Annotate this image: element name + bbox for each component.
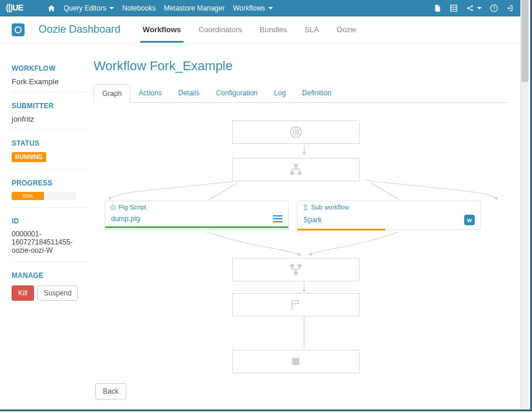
bars-icon [273, 215, 282, 222]
tab-bar: Graph Actions Details Configuration Log … [94, 84, 509, 103]
node-end[interactable] [232, 293, 360, 316]
side-head-manage: MANAGE [12, 271, 88, 280]
sidebar: WORKFLOW Fork Example SUBMITTER jonfritz… [12, 55, 88, 378]
chevron-down-icon [477, 7, 482, 9]
nav-label: Metastore Manager [164, 4, 224, 12]
progress-bar-wrap: 50% [12, 192, 76, 200]
svg-rect-26 [298, 264, 302, 267]
graph-area: Pig Script dump.pig Sub workflow [94, 103, 509, 378]
kill-button[interactable]: Kill [12, 285, 34, 301]
status-stripe-success [105, 226, 288, 228]
nav-file-icon[interactable] [433, 4, 441, 12]
oozie-brand-icon [12, 23, 25, 36]
card-title: Pig Script [119, 204, 146, 211]
pig-icon [110, 204, 116, 211]
subtab-bundles[interactable]: Bundles [257, 17, 289, 43]
svg-text:(|)UE: (|)UE [6, 3, 23, 12]
vertical-scrollbar[interactable] [520, 0, 528, 409]
join-icon [289, 263, 302, 276]
svg-text:?: ? [493, 5, 496, 11]
svg-point-21 [110, 205, 115, 209]
tab-definition[interactable]: Definition [294, 84, 340, 102]
chevron-down-icon [109, 7, 114, 9]
nav-home-icon[interactable] [47, 4, 56, 12]
status-stripe-running [298, 229, 481, 230]
back-button[interactable]: Back [95, 383, 126, 400]
side-val-workflow: Fork Example [12, 77, 88, 86]
side-head-id: ID [12, 217, 88, 225]
nav-notebooks[interactable]: Notebooks [122, 4, 156, 12]
sub-navbar: Oozie Dashboard Workflows Coordinators B… [0, 16, 520, 43]
svg-point-11 [15, 26, 22, 33]
window-frame: (|)UE Query Editors Notebooks Metastore … [0, 0, 532, 411]
subtab-oozie[interactable]: Oozie [334, 17, 359, 43]
side-val-id: 0000001-160727184511455-oozie-oozi-W [12, 230, 88, 254]
target-icon [289, 126, 302, 139]
top-navbar: (|)UE Query Editors Notebooks Metastore … [0, 0, 520, 16]
svg-line-7 [469, 6, 472, 8]
node-kill[interactable] [232, 350, 360, 373]
nav-workflows[interactable]: Workflows [233, 4, 272, 12]
side-head-progress: PROGRESS [12, 179, 88, 187]
svg-rect-19 [291, 172, 294, 175]
card-pig-script[interactable]: Pig Script dump.pig [105, 201, 289, 230]
fork-icon [289, 163, 302, 176]
subtab-coordinators[interactable]: Coordinators [196, 17, 244, 43]
workflow-badge-icon: w [464, 215, 475, 225]
svg-rect-20 [298, 172, 302, 175]
nav-query-editors[interactable]: Query Editors [64, 4, 114, 12]
tab-graph[interactable]: Graph [94, 84, 130, 103]
svg-point-24 [112, 207, 114, 208]
nav-help-icon[interactable]: ? [490, 4, 498, 12]
svg-point-23 [113, 206, 114, 207]
nav-label: Workflows [233, 4, 265, 12]
card-action-name: dump.pig [111, 215, 140, 223]
graph-connectors [94, 103, 509, 378]
card-title: Sub workflow [311, 204, 349, 211]
status-badge: RUNNING [12, 152, 46, 162]
page-title: Workflow Fork_Example [94, 58, 509, 74]
svg-point-17 [295, 132, 297, 133]
nav-label: Query Editors [64, 4, 106, 12]
stop-icon [289, 355, 302, 368]
tab-actions[interactable]: Actions [130, 84, 170, 102]
nav-label: Notebooks [122, 4, 156, 12]
dashboard-title: Oozie Dashboard [39, 23, 120, 36]
svg-point-22 [112, 206, 113, 207]
suspend-button[interactable]: Suspend [37, 285, 78, 301]
content: Workflow Fork_Example Graph Actions Deta… [94, 55, 509, 378]
hue-logo[interactable]: (|)UE [6, 3, 39, 13]
nav-share-icon[interactable] [466, 4, 482, 12]
side-head-submitter: SUBMITTER [12, 102, 88, 110]
nav-grid-icon[interactable] [450, 4, 458, 12]
side-head-workflow: WORKFLOW [12, 64, 88, 73]
tab-log[interactable]: Log [266, 84, 294, 102]
subtab-workflows[interactable]: Workflows [140, 17, 184, 43]
card-sub-workflow[interactable]: Sub workflow Spark w [297, 201, 481, 230]
progress-bar: 50% [12, 192, 44, 200]
svg-rect-18 [294, 164, 298, 167]
subworkflow-icon [302, 204, 309, 211]
svg-rect-25 [291, 264, 294, 267]
nav-metastore[interactable]: Metastore Manager [164, 4, 224, 12]
svg-rect-27 [294, 272, 298, 275]
tab-details[interactable]: Details [170, 84, 208, 102]
chevron-down-icon [268, 7, 273, 9]
side-val-submitter: jonfritz [12, 115, 88, 123]
card-action-name: Spark [303, 216, 322, 224]
svg-rect-28 [293, 359, 299, 365]
svg-line-8 [469, 8, 472, 9]
node-join[interactable] [232, 258, 360, 281]
nav-signout-icon[interactable] [506, 4, 514, 12]
node-start[interactable] [232, 121, 360, 144]
side-head-status: STATUS [12, 139, 88, 147]
node-fork[interactable] [232, 158, 360, 181]
tab-configuration[interactable]: Configuration [208, 84, 265, 102]
flag-icon [289, 298, 302, 311]
svg-rect-1 [451, 5, 457, 11]
subtab-sla[interactable]: SLA [302, 17, 322, 43]
scrollbar-thumb[interactable] [521, 0, 528, 82]
